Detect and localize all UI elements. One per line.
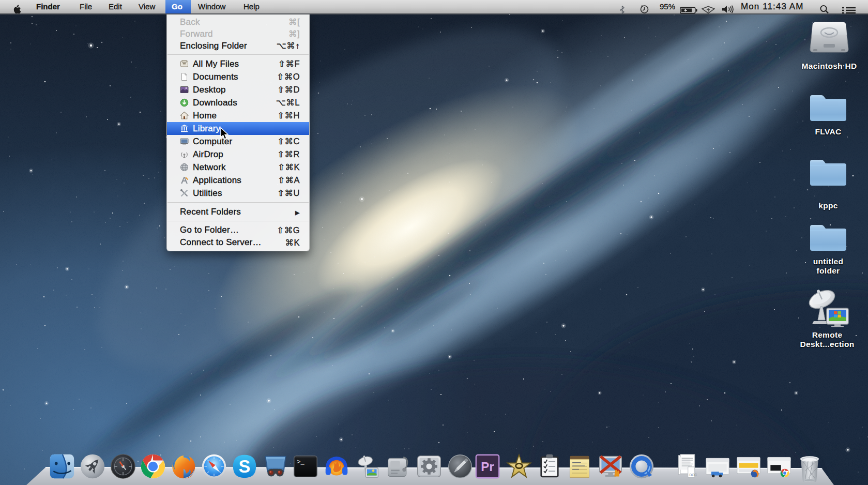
svg-text:.DOC: .DOC [689,473,697,477]
svg-text:S: S [239,457,251,476]
svg-text:Pr: Pr [481,460,494,474]
svg-text:>_: >_ [297,459,304,466]
